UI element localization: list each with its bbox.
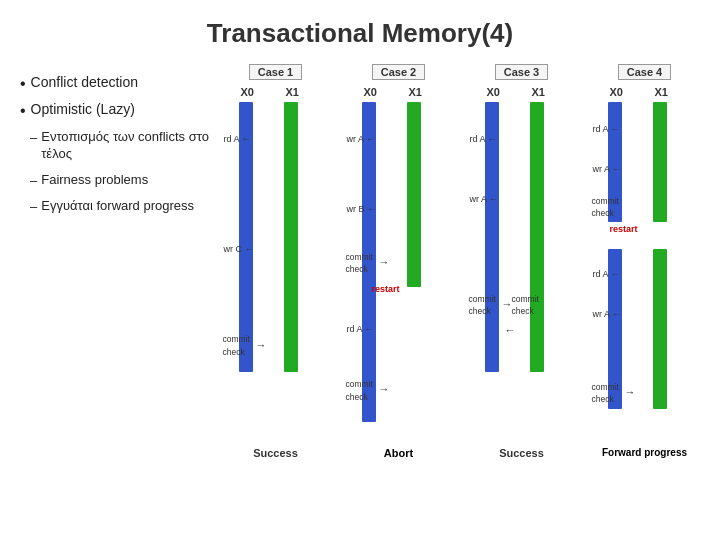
case-2-bottom: Abort [384, 447, 413, 459]
case1-bar-x1 [284, 102, 298, 372]
case-1-diagram: X0 X1 rd A ← wr C ← commit check → [221, 84, 331, 444]
case2-arrow2: → [379, 383, 390, 395]
sub-item-2-text: Fairness problems [41, 171, 148, 189]
case2-bar-x1 [407, 102, 421, 287]
case4-x1: X1 [655, 86, 668, 98]
dash-2: – [30, 172, 37, 190]
case2-restart: restart [372, 284, 400, 294]
case2-bar-x0 [362, 102, 376, 422]
dash-1: – [30, 129, 37, 147]
case4-commit-bot: commit [592, 382, 619, 392]
case4-bar-x1-top [653, 102, 667, 222]
case1-x1: X1 [286, 86, 299, 98]
page-title: Transactional Memory(4) [0, 0, 720, 59]
case-2-diagram: X0 X1 wr A ← wr B ← commit check → resta… [344, 84, 454, 444]
case2-commit2: commit [346, 379, 373, 389]
case-1-box: Case 1 X0 X1 rd A ← wr C ← commit check [218, 64, 333, 459]
case-3-label: Case 3 [495, 64, 548, 80]
case4-wr-a-bot: wr A ← [593, 309, 622, 319]
case-1-bottom: Success [253, 447, 298, 459]
case4-bar-x1-bot [653, 249, 667, 409]
case3-commit1: commit [469, 294, 496, 304]
sub-items: – Εντοπισμός των conflicts στο τέλος – F… [30, 128, 210, 216]
case4-arrow-bot: → [625, 386, 636, 398]
bullet-dot-2: • [20, 101, 26, 122]
case2-check2: check [346, 392, 368, 402]
case1-commit: commit [223, 334, 250, 344]
case-4-label: Case 4 [618, 64, 671, 80]
case2-wr-a: wr A ← [347, 134, 376, 144]
case-2-label: Case 2 [372, 64, 425, 80]
sub-item-1: – Εντοπισμός των conflicts στο τέλος [30, 128, 210, 163]
case1-wr-c: wr C ← [224, 244, 254, 254]
case1-arrow: → [256, 339, 267, 351]
sub-item-3-text: Εγγυάται forward progress [41, 197, 194, 215]
case2-wr-b: wr B ← [347, 204, 377, 214]
case3-x0: X0 [487, 86, 500, 98]
case1-rd-a: rd A ← [224, 134, 251, 144]
case2-arrow1: → [379, 256, 390, 268]
case4-rd-a-top: rd A ← [593, 124, 620, 134]
sub-item-2: – Fairness problems [30, 171, 210, 190]
case3-wr-a: wr A ← [470, 194, 499, 204]
case-1-label: Case 1 [249, 64, 302, 80]
case-3-box: Case 3 X0 X1 rd A ← wr A ← commit check … [464, 64, 579, 459]
bullet-optimistic-label: Optimistic (Lazy) [31, 101, 135, 117]
case1-check: check [223, 347, 245, 357]
case-2-box: Case 2 X0 X1 wr A ← wr B ← commit check … [341, 64, 456, 459]
left-panel: • Conflict detection • Optimistic (Lazy)… [10, 64, 210, 459]
bullet-optimistic: • Optimistic (Lazy) [20, 101, 210, 122]
case4-check-bot: check [592, 394, 614, 404]
case4-rd-a-bot: rd A ← [593, 269, 620, 279]
sub-item-3: – Εγγυάται forward progress [30, 197, 210, 216]
case-4-box: Case 4 X0 X1 rd A ← wr A ← commit check [587, 64, 702, 459]
case4-commit-top: commit [592, 196, 619, 206]
case3-rd-a: rd A ← [470, 134, 497, 144]
case4-wr-a-top: wr A ← [593, 164, 622, 174]
case-3-bottom: Success [499, 447, 544, 459]
case3-commit2: commit [512, 294, 539, 304]
case2-x0: X0 [364, 86, 377, 98]
case3-bar-x1 [530, 102, 544, 372]
case3-x1: X1 [532, 86, 545, 98]
case-4-bottom: Forward progress [602, 447, 687, 458]
bullet-conflict-label: Conflict detection [31, 74, 138, 90]
case3-check2: check [512, 306, 534, 316]
case2-x1: X1 [409, 86, 422, 98]
case2-commit1: commit [346, 252, 373, 262]
cases-row: Case 1 X0 X1 rd A ← wr C ← commit check [215, 64, 705, 459]
case1-x0: X0 [241, 86, 254, 98]
bullet-dot-1: • [20, 74, 26, 95]
right-panel: Case 1 X0 X1 rd A ← wr C ← commit check [210, 64, 710, 459]
bullet-conflict: • Conflict detection [20, 74, 210, 95]
case3-check1: check [469, 306, 491, 316]
case4-check-top: check [592, 208, 614, 218]
case3-arrow2: ← [505, 324, 516, 336]
case4-x0: X0 [610, 86, 623, 98]
case4-restart: restart [610, 224, 638, 234]
sub-item-1-text: Εντοπισμός των conflicts στο τέλος [41, 128, 210, 163]
case-4-diagram: X0 X1 rd A ← wr A ← commit check restart [590, 84, 700, 444]
dash-3: – [30, 198, 37, 216]
case-3-diagram: X0 X1 rd A ← wr A ← commit check → commi… [467, 84, 577, 444]
case2-rd-a: rd A ← [347, 324, 374, 334]
case2-check1: check [346, 264, 368, 274]
